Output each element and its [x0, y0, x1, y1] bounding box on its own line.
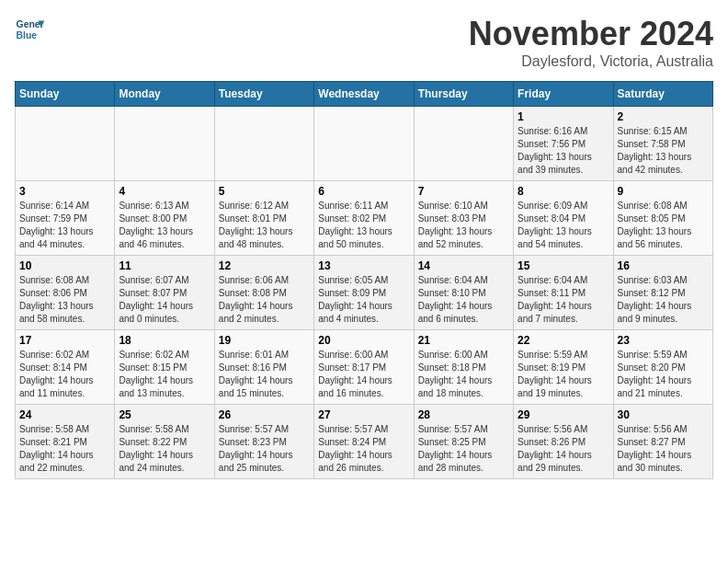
calendar-cell: [214, 107, 313, 181]
day-info: Sunrise: 5:58 AM Sunset: 8:22 PM Dayligh…: [119, 423, 210, 475]
day-info: Sunrise: 6:04 AM Sunset: 8:11 PM Dayligh…: [518, 274, 609, 326]
day-number: 12: [219, 259, 310, 272]
calendar-cell: 26Sunrise: 5:57 AM Sunset: 8:23 PM Dayli…: [214, 405, 313, 479]
page-header: General Blue November 2024 Daylesford, V…: [15, 15, 713, 70]
day-info: Sunrise: 6:07 AM Sunset: 8:07 PM Dayligh…: [119, 274, 210, 326]
day-info: Sunrise: 5:56 AM Sunset: 8:26 PM Dayligh…: [518, 423, 609, 475]
day-info: Sunrise: 6:11 AM Sunset: 8:02 PM Dayligh…: [318, 200, 409, 251]
day-info: Sunrise: 5:57 AM Sunset: 8:24 PM Dayligh…: [318, 423, 409, 475]
day-number: 14: [418, 259, 509, 272]
calendar-cell: 25Sunrise: 5:58 AM Sunset: 8:22 PM Dayli…: [115, 405, 214, 479]
calendar-cell: [414, 107, 513, 181]
day-number: 13: [318, 259, 409, 272]
day-number: 20: [318, 334, 409, 347]
week-row-2: 3Sunrise: 6:14 AM Sunset: 7:59 PM Daylig…: [16, 181, 713, 256]
location-subtitle: Daylesford, Victoria, Australia: [469, 53, 713, 70]
calendar-cell: 28Sunrise: 5:57 AM Sunset: 8:25 PM Dayli…: [414, 405, 513, 479]
day-number: 16: [618, 259, 709, 272]
day-info: Sunrise: 6:15 AM Sunset: 7:58 PM Dayligh…: [618, 125, 709, 177]
calendar-cell: 17Sunrise: 6:02 AM Sunset: 8:14 PM Dayli…: [16, 330, 115, 405]
day-info: Sunrise: 5:57 AM Sunset: 8:23 PM Dayligh…: [219, 423, 310, 475]
weekday-header-tuesday: Tuesday: [214, 82, 313, 107]
calendar-cell: 2Sunrise: 6:15 AM Sunset: 7:58 PM Daylig…: [613, 107, 712, 181]
calendar-cell: 30Sunrise: 5:56 AM Sunset: 8:27 PM Dayli…: [613, 405, 712, 479]
day-info: Sunrise: 5:56 AM Sunset: 8:27 PM Dayligh…: [618, 423, 709, 475]
weekday-header-monday: Monday: [115, 82, 214, 107]
day-number: 6: [318, 185, 409, 198]
week-row-1: 1Sunrise: 6:16 AM Sunset: 7:56 PM Daylig…: [16, 107, 713, 181]
calendar-cell: 5Sunrise: 6:12 AM Sunset: 8:01 PM Daylig…: [214, 181, 313, 256]
day-info: Sunrise: 5:59 AM Sunset: 8:19 PM Dayligh…: [518, 349, 609, 400]
day-number: 30: [618, 408, 709, 421]
day-number: 4: [119, 185, 210, 198]
calendar-cell: 7Sunrise: 6:10 AM Sunset: 8:03 PM Daylig…: [414, 181, 513, 256]
calendar-cell: 9Sunrise: 6:08 AM Sunset: 8:05 PM Daylig…: [613, 181, 712, 256]
calendar-cell: 8Sunrise: 6:09 AM Sunset: 8:04 PM Daylig…: [514, 181, 613, 256]
day-info: Sunrise: 6:06 AM Sunset: 8:08 PM Dayligh…: [219, 274, 310, 326]
calendar-cell: 1Sunrise: 6:16 AM Sunset: 7:56 PM Daylig…: [514, 107, 613, 181]
day-number: 11: [119, 259, 210, 272]
day-number: 19: [219, 334, 310, 347]
day-info: Sunrise: 6:02 AM Sunset: 8:14 PM Dayligh…: [19, 349, 110, 400]
week-row-4: 17Sunrise: 6:02 AM Sunset: 8:14 PM Dayli…: [16, 330, 713, 405]
month-year-title: November 2024: [469, 15, 713, 53]
calendar-cell: 20Sunrise: 6:00 AM Sunset: 8:17 PM Dayli…: [314, 330, 414, 405]
calendar-cell: 15Sunrise: 6:04 AM Sunset: 8:11 PM Dayli…: [514, 256, 613, 330]
day-info: Sunrise: 6:12 AM Sunset: 8:01 PM Dayligh…: [219, 200, 310, 251]
day-number: 25: [119, 408, 210, 421]
day-number: 26: [219, 408, 310, 421]
day-number: 29: [518, 408, 609, 421]
day-info: Sunrise: 6:08 AM Sunset: 8:06 PM Dayligh…: [19, 274, 110, 326]
day-info: Sunrise: 5:57 AM Sunset: 8:25 PM Dayligh…: [418, 423, 509, 475]
weekday-header-saturday: Saturday: [613, 82, 712, 107]
week-row-3: 10Sunrise: 6:08 AM Sunset: 8:06 PM Dayli…: [16, 256, 713, 330]
weekday-header-friday: Friday: [514, 82, 613, 107]
day-number: 23: [618, 334, 709, 347]
calendar-cell: 18Sunrise: 6:02 AM Sunset: 8:15 PM Dayli…: [115, 330, 214, 405]
day-number: 9: [618, 185, 709, 198]
day-info: Sunrise: 6:00 AM Sunset: 8:18 PM Dayligh…: [418, 349, 509, 400]
title-block: November 2024 Daylesford, Victoria, Aust…: [469, 15, 713, 70]
svg-text:Blue: Blue: [17, 30, 38, 40]
calendar-cell: 19Sunrise: 6:01 AM Sunset: 8:16 PM Dayli…: [214, 330, 313, 405]
day-number: 22: [518, 334, 609, 347]
day-number: 2: [618, 110, 709, 123]
calendar-cell: 27Sunrise: 5:57 AM Sunset: 8:24 PM Dayli…: [314, 405, 414, 479]
day-number: 3: [19, 185, 110, 198]
day-info: Sunrise: 5:59 AM Sunset: 8:20 PM Dayligh…: [618, 349, 709, 400]
day-info: Sunrise: 6:09 AM Sunset: 8:04 PM Dayligh…: [518, 200, 609, 251]
day-info: Sunrise: 6:05 AM Sunset: 8:09 PM Dayligh…: [318, 274, 409, 326]
weekday-header-wednesday: Wednesday: [314, 82, 414, 107]
calendar-cell: 29Sunrise: 5:56 AM Sunset: 8:26 PM Dayli…: [514, 405, 613, 479]
day-number: 28: [418, 408, 509, 421]
day-info: Sunrise: 6:00 AM Sunset: 8:17 PM Dayligh…: [318, 349, 409, 400]
day-info: Sunrise: 6:01 AM Sunset: 8:16 PM Dayligh…: [219, 349, 310, 400]
day-info: Sunrise: 6:02 AM Sunset: 8:15 PM Dayligh…: [119, 349, 210, 400]
day-info: Sunrise: 6:14 AM Sunset: 7:59 PM Dayligh…: [19, 200, 110, 251]
calendar-cell: 21Sunrise: 6:00 AM Sunset: 8:18 PM Dayli…: [414, 330, 513, 405]
day-number: 7: [418, 185, 509, 198]
calendar-table: SundayMondayTuesdayWednesdayThursdayFrid…: [15, 81, 713, 479]
calendar-cell: 14Sunrise: 6:04 AM Sunset: 8:10 PM Dayli…: [414, 256, 513, 330]
logo-icon: General Blue: [15, 15, 44, 44]
weekday-header-row: SundayMondayTuesdayWednesdayThursdayFrid…: [16, 82, 713, 107]
day-info: Sunrise: 6:16 AM Sunset: 7:56 PM Dayligh…: [518, 125, 609, 177]
calendar-cell: 3Sunrise: 6:14 AM Sunset: 7:59 PM Daylig…: [16, 181, 115, 256]
calendar-cell: 4Sunrise: 6:13 AM Sunset: 8:00 PM Daylig…: [115, 181, 214, 256]
day-info: Sunrise: 5:58 AM Sunset: 8:21 PM Dayligh…: [19, 423, 110, 475]
day-number: 5: [219, 185, 310, 198]
day-number: 21: [418, 334, 509, 347]
day-info: Sunrise: 6:03 AM Sunset: 8:12 PM Dayligh…: [618, 274, 709, 326]
weekday-header-thursday: Thursday: [414, 82, 513, 107]
calendar-cell: 24Sunrise: 5:58 AM Sunset: 8:21 PM Dayli…: [16, 405, 115, 479]
calendar-cell: [16, 107, 115, 181]
weekday-header-sunday: Sunday: [16, 82, 115, 107]
calendar-cell: 6Sunrise: 6:11 AM Sunset: 8:02 PM Daylig…: [314, 181, 414, 256]
day-number: 8: [518, 185, 609, 198]
calendar-cell: 10Sunrise: 6:08 AM Sunset: 8:06 PM Dayli…: [16, 256, 115, 330]
calendar-cell: 11Sunrise: 6:07 AM Sunset: 8:07 PM Dayli…: [115, 256, 214, 330]
calendar-cell: 22Sunrise: 5:59 AM Sunset: 8:19 PM Dayli…: [514, 330, 613, 405]
day-number: 15: [518, 259, 609, 272]
calendar-cell: 12Sunrise: 6:06 AM Sunset: 8:08 PM Dayli…: [214, 256, 313, 330]
calendar-cell: [115, 107, 214, 181]
